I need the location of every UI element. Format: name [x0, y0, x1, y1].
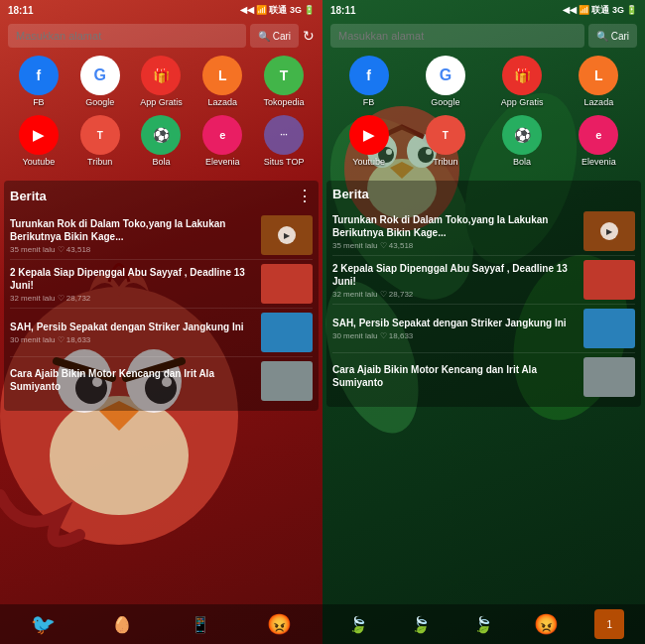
news-headline-3-left: SAH, Persib Sepakat dengan Striker Jangk…	[10, 321, 257, 333]
app-appgratis-right[interactable]: 🎁 App Gratis	[496, 56, 548, 107]
app-appgratis-left[interactable]: 🎁 App Gratis	[135, 56, 187, 107]
app-fb-left[interactable]: f FB	[13, 56, 64, 107]
news-thumb-2-left	[261, 264, 313, 304]
nav-leaf-3-right[interactable]: 🍃	[468, 609, 498, 639]
google-icon-right: G	[426, 56, 465, 95]
news-meta-3-right: 30 menit lalu ♡ 18,633	[332, 331, 580, 340]
news-text-2-left: 2 Kepala Siap Dipenggal Abu Sayyaf , Dea…	[10, 266, 261, 303]
app-elevenia-right[interactable]: e Elevenia	[573, 115, 624, 167]
nav-leaf-2-right[interactable]: 🍃	[406, 609, 436, 639]
status-bar-right: 18:11 ◀◀ 📶 联通 3G 🔋	[322, 0, 645, 20]
news-item-3-right[interactable]: SAH, Persib Sepakat dengan Striker Jangk…	[332, 305, 635, 353]
situstop-label-left: Situs TOP	[264, 157, 305, 167]
youtube-icon-left: ▶	[19, 115, 59, 155]
news-meta-3-left: 30 menit lalu ♡ 18,633	[10, 335, 257, 344]
news-header-right: Berita	[332, 187, 635, 201]
play-button-1-left[interactable]: ▶	[278, 226, 296, 244]
youtube-label-right: Youtube	[352, 157, 385, 167]
news-text-3-right: SAH, Persib Sepakat dengan Striker Jangk…	[332, 317, 583, 340]
app-tribun-left[interactable]: T Tribun	[74, 115, 126, 167]
thumb-placeholder-1-left: ▶	[261, 215, 313, 255]
app-lazada-right[interactable]: L Lazada	[573, 56, 624, 107]
bola-icon-left: ⚽	[141, 115, 181, 155]
google-label-left: Google	[85, 97, 114, 107]
fb-icon-left: f	[19, 56, 59, 95]
news-headline-4-left: Cara Ajaib Bikin Motor Kencang dan Irit …	[10, 367, 257, 393]
app-situstop-left[interactable]: ··· Situs TOP	[258, 115, 310, 167]
news-item-4-right[interactable]: Cara Ajaib Bikin Motor Kencang dan Irit …	[332, 353, 635, 401]
news-thumb-1-right: ▶	[583, 211, 635, 251]
app-youtube-left[interactable]: ▶ Youtube	[13, 115, 64, 167]
search-button-right[interactable]: 🔍 Cari	[588, 24, 637, 48]
time-right: 18:11	[330, 5, 356, 16]
play-button-1-right[interactable]: ▶	[600, 222, 618, 240]
app-row-2-left: ▶ Youtube T Tribun ⚽ Bola e Elevenia ···…	[8, 115, 315, 167]
app-bola-right[interactable]: ⚽ Bola	[496, 115, 548, 167]
news-header-left: Berita ⋮	[10, 187, 313, 205]
situstop-icon-left: ···	[264, 115, 304, 155]
news-thumb-1-left: ▶	[261, 215, 313, 255]
elevenia-label-right: Elevenia	[581, 157, 616, 167]
app-tribun-right[interactable]: T Tribun	[420, 115, 471, 167]
news-meta-2-left: 32 menit lalu ♡ 28,732	[10, 294, 257, 303]
nav-angry-right[interactable]: 😡	[532, 609, 562, 639]
news-section-left: Berita ⋮ Turunkan Rok di Dalam Toko,yang…	[4, 181, 319, 411]
elevenia-label-left: Elevenia	[205, 157, 240, 167]
news-item-2-right[interactable]: 2 Kepala Siap Dipenggal Abu Sayyaf , Dea…	[332, 256, 635, 305]
news-title-right: Berita	[332, 187, 369, 201]
bola-label-left: Bola	[152, 157, 170, 167]
news-item-3-left[interactable]: SAH, Persib Sepakat dengan Striker Jangk…	[10, 309, 313, 357]
app-fb-right[interactable]: f FB	[343, 56, 395, 107]
news-text-2-right: 2 Kepala Siap Dipenggal Abu Sayyaf , Dea…	[332, 262, 583, 299]
news-item-1-right[interactable]: Turunkan Rok di Dalam Toko,yang Ia Lakuk…	[332, 207, 635, 256]
news-item-4-left[interactable]: Cara Ajaib Bikin Motor Kencang dan Irit …	[10, 357, 313, 405]
news-thumb-4-left	[261, 361, 313, 401]
search-button-left[interactable]: 🔍 Cari	[250, 24, 299, 48]
app-row-1-left: f FB G Google 🎁 App Gratis L Lazada T To…	[8, 56, 315, 107]
news-thumb-3-right	[583, 309, 635, 348]
news-text-3-left: SAH, Persib Sepakat dengan Striker Jangk…	[10, 321, 261, 344]
app-tokopedia-left[interactable]: T Tokopedia	[258, 56, 310, 107]
news-item-2-left[interactable]: 2 Kepala Siap Dipenggal Abu Sayyaf , Dea…	[10, 260, 313, 309]
address-bar-right: 🔍 Cari	[322, 20, 645, 52]
app-bola-left[interactable]: ⚽ Bola	[135, 115, 187, 167]
news-more-left[interactable]: ⋮	[297, 187, 313, 205]
tribun-icon-right: T	[426, 115, 465, 155]
address-input-right[interactable]	[330, 24, 584, 48]
app-elevenia-left[interactable]: e Elevenia	[196, 115, 248, 167]
address-input-left[interactable]	[8, 24, 246, 48]
news-item-1-left[interactable]: Turunkan Rok di Dalam Toko,yang Ia Lakuk…	[10, 211, 313, 260]
fb-label-left: FB	[33, 97, 45, 107]
youtube-icon-right: ▶	[349, 115, 389, 155]
app-lazada-left[interactable]: L Lazada	[196, 56, 248, 107]
app-row-2-right: ▶ Youtube T Tribun ⚽ Bola e Elevenia	[330, 115, 637, 167]
bottom-nav-right: 🍃 🍃 🍃 😡 1	[322, 604, 645, 644]
status-icons-right: ◀◀ 📶 联通 3G 🔋	[563, 4, 637, 17]
nav-angry-left[interactable]: 😡	[264, 609, 294, 639]
lazada-label-right: Lazada	[584, 97, 614, 107]
news-thumb-2-right	[583, 260, 635, 300]
bola-icon-right: ⚽	[502, 115, 542, 155]
nav-leaf-1-right[interactable]: 🍃	[343, 609, 373, 639]
right-screen: 18:11 ◀◀ 📶 联通 3G 🔋 🔍 Cari f FB G Google …	[322, 0, 645, 644]
google-icon-left: G	[80, 56, 120, 95]
appgratis-label-left: App Gratis	[140, 97, 183, 107]
elevenia-icon-right: e	[579, 115, 618, 155]
appgratis-icon-left: 🎁	[141, 56, 181, 95]
bola-label-right: Bola	[513, 157, 531, 167]
news-title-left: Berita	[10, 189, 47, 203]
app-row-1-right: f FB G Google 🎁 App Gratis L Lazada	[330, 56, 637, 107]
news-headline-2-left: 2 Kepala Siap Dipenggal Abu Sayyaf , Dea…	[10, 266, 257, 292]
app-google-right[interactable]: G Google	[420, 56, 471, 107]
nav-phone-left[interactable]: 📱	[186, 609, 215, 639]
app-grid-right: f FB G Google 🎁 App Gratis L Lazada ▶ Yo…	[322, 52, 645, 179]
nav-egg-left[interactable]: 🥚	[107, 609, 137, 639]
news-meta-1-right: 35 menit lalu ♡ 43,518	[332, 241, 580, 250]
nav-bird-left[interactable]: 🐦	[29, 609, 59, 639]
app-youtube-right[interactable]: ▶ Youtube	[343, 115, 395, 167]
app-google-left[interactable]: G Google	[74, 56, 126, 107]
tokopedia-icon-left: T	[264, 56, 304, 95]
refresh-button-left[interactable]: ↻	[303, 28, 315, 44]
left-screen: 18:11 ◀◀ 📶 联通 3G 🔋 🔍 Cari ↻ f FB G Googl…	[0, 0, 322, 644]
youtube-label-left: Youtube	[23, 157, 56, 167]
